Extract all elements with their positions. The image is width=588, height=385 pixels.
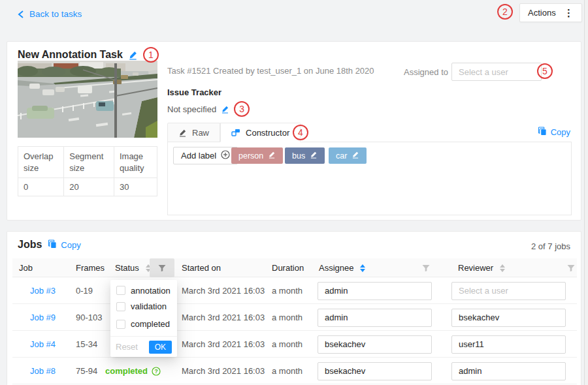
filter-ok-button[interactable]: OK xyxy=(149,341,172,354)
annotation-circle-2: 2 xyxy=(497,4,513,20)
duration-value: a month xyxy=(272,358,302,384)
actions-label: Actions xyxy=(528,8,556,18)
started-value: March 3rd 2021 16:03 xyxy=(182,277,265,304)
issue-tracker-value: Not specified xyxy=(167,104,216,114)
filter-option-validation-label: validation xyxy=(131,301,167,311)
assignee-sort-icon[interactable] xyxy=(360,264,365,272)
filter-option-validation[interactable]: validation xyxy=(110,298,177,315)
reviewer-input[interactable] xyxy=(451,362,566,380)
assigned-to-label: Assigned to xyxy=(400,67,448,77)
filter-reset-button[interactable]: Reset xyxy=(116,342,138,352)
col-duration[interactable]: Duration xyxy=(272,258,304,277)
reviewer-input[interactable] xyxy=(451,335,566,354)
back-chevron-icon xyxy=(17,10,25,19)
edit-issue-tracker-icon[interactable] xyxy=(221,105,229,114)
job-9-link[interactable]: Job #9 xyxy=(30,304,56,331)
copy-icon xyxy=(538,127,547,138)
edit-label-person-icon[interactable] xyxy=(268,151,276,161)
status-completed-text: completed xyxy=(105,366,148,376)
task-preview-image xyxy=(18,61,157,138)
job-8-link[interactable]: Job #8 xyxy=(30,358,56,384)
col-job[interactable]: Job xyxy=(19,258,33,277)
duration-value: a month xyxy=(272,304,302,331)
assignee-filter-button[interactable] xyxy=(422,258,430,277)
copy-icon xyxy=(48,239,57,251)
frames-value: 15-34 xyxy=(76,331,97,358)
tab-raw[interactable]: Raw xyxy=(167,123,220,142)
page-scrollbar[interactable] xyxy=(584,0,588,385)
assigned-to-input[interactable] xyxy=(451,63,542,81)
tab-raw-label: Raw xyxy=(192,128,209,138)
copy-jobs-link[interactable]: Copy xyxy=(48,239,80,251)
question-circle-icon[interactable]: ? xyxy=(152,367,161,376)
edit-label-car-icon[interactable] xyxy=(351,151,359,161)
label-chip-bus[interactable]: bus xyxy=(285,147,325,164)
table-row: Job #3 0-19 March 3rd 2021 16:03 a month xyxy=(12,277,577,304)
back-to-tasks-link[interactable]: Back to tasks xyxy=(17,9,82,19)
annotation-circle-4: 4 xyxy=(293,125,308,140)
checkbox-validation[interactable] xyxy=(116,302,125,311)
task-details-card: New Annotation Task 1 xyxy=(7,41,581,221)
jobs-title: Jobs xyxy=(18,239,42,251)
assignee-input[interactable] xyxy=(318,309,432,327)
reviewer-input[interactable] xyxy=(451,309,566,327)
assignee-input[interactable] xyxy=(318,362,432,380)
status-filter-button[interactable] xyxy=(150,258,174,277)
copy-jobs-label: Copy xyxy=(61,240,80,250)
reviewer-filter-button[interactable] xyxy=(567,258,575,277)
label-person-name: person xyxy=(238,151,263,161)
duration-value: a month xyxy=(272,277,302,304)
param-quality-header: Image quality xyxy=(114,147,157,178)
filter-funnel-icon xyxy=(422,264,430,272)
table-row: Job #8 75-94 completed ? March 3rd 2021 … xyxy=(12,358,577,384)
col-frames[interactable]: Frames xyxy=(76,258,105,277)
job-4-link[interactable]: Job #4 xyxy=(30,331,56,358)
col-status-label: Status xyxy=(115,263,139,273)
edit-label-bus-icon[interactable] xyxy=(310,151,318,161)
job-3-link[interactable]: Job #3 xyxy=(30,277,56,304)
edit-task-name-icon[interactable] xyxy=(128,50,138,60)
label-bus-name: bus xyxy=(292,151,305,161)
filter-option-annotation[interactable]: annotation xyxy=(110,280,177,298)
labels-constructor-panel: Add label person bus car xyxy=(167,142,572,215)
label-car-name: car xyxy=(336,151,347,161)
copy-labels-label: Copy xyxy=(551,127,570,137)
jobs-card: Jobs Copy 2 of 7 jobs Job Frames Status … xyxy=(7,231,581,385)
col-reviewer[interactable]: Reviewer xyxy=(458,258,505,277)
param-segment-value: 20 xyxy=(64,178,114,196)
col-assignee-label: Assignee xyxy=(319,263,353,273)
col-assignee[interactable]: Assignee xyxy=(319,258,365,277)
task-title: New Annotation Task xyxy=(18,49,123,61)
task-meta-text: Task #1521 Created by test_user_1 on Jun… xyxy=(167,66,374,76)
frames-value: 0-19 xyxy=(76,277,93,304)
reviewer-sort-icon[interactable] xyxy=(500,264,505,272)
reviewer-input[interactable] xyxy=(451,282,566,300)
duration-value: a month xyxy=(272,331,302,358)
checkbox-annotation[interactable] xyxy=(116,286,125,295)
assignee-input[interactable] xyxy=(318,335,432,354)
copy-labels-link[interactable]: Copy xyxy=(538,127,570,138)
label-chip-car[interactable]: car xyxy=(329,147,367,164)
tab-constructor[interactable]: Constructor xyxy=(220,123,301,142)
road-scene-image xyxy=(18,61,157,138)
tab-constructor-label: Constructor xyxy=(246,128,289,138)
assignee-input[interactable] xyxy=(318,282,432,300)
col-reviewer-label: Reviewer xyxy=(458,263,493,273)
col-started[interactable]: Started on xyxy=(182,258,221,277)
param-segment-header: Segment size xyxy=(64,147,114,178)
table-row: Job #4 15-34 March 3rd 2021 16:03 a mont… xyxy=(12,331,577,358)
annotation-circle-3: 3 xyxy=(234,101,250,117)
filter-option-completed[interactable]: completed xyxy=(110,315,177,333)
started-value: March 3rd 2021 16:03 xyxy=(182,331,265,358)
jobs-count: 2 of 7 jobs xyxy=(531,241,570,251)
col-status[interactable]: Status xyxy=(115,258,151,277)
add-label-button[interactable]: Add label xyxy=(173,147,238,164)
filter-option-completed-label: completed xyxy=(131,319,170,329)
label-chip-person[interactable]: person xyxy=(231,147,283,164)
checkbox-completed[interactable] xyxy=(116,320,125,329)
status-value: completed ? xyxy=(105,358,161,384)
actions-button[interactable]: Actions ⋮ xyxy=(519,3,582,22)
task-detail-page: { "topbar": { "back": "Back to tasks", "… xyxy=(0,0,588,385)
frames-value: 90-103 xyxy=(76,304,102,331)
labels-tabs: Raw Constructor xyxy=(167,123,301,142)
